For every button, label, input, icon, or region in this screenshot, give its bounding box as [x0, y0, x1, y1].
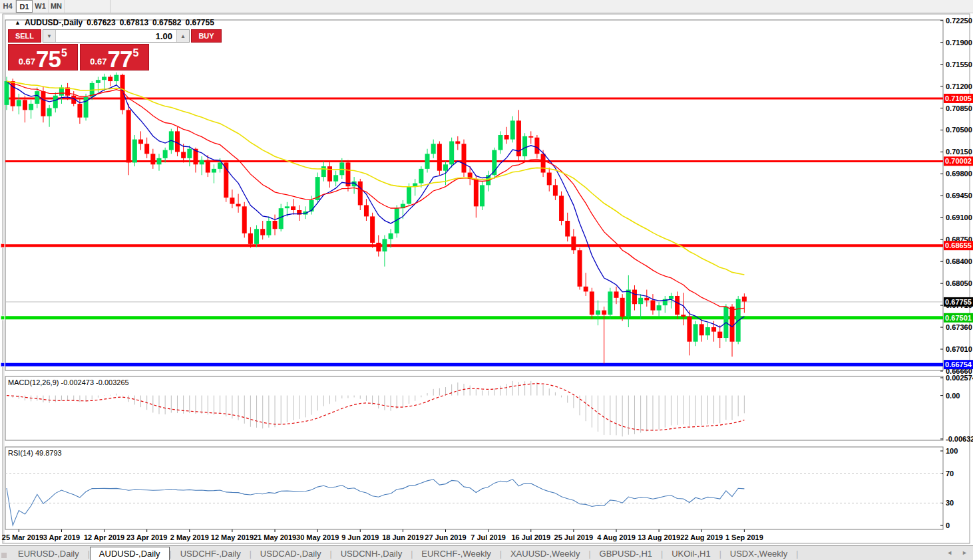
svg-text:25 Jul 2019: 25 Jul 2019 — [554, 533, 594, 541]
candle-body — [77, 104, 82, 118]
candle-body — [693, 324, 698, 341]
candle-body — [279, 208, 284, 229]
candle-body — [431, 144, 436, 154]
candle-body — [669, 296, 674, 299]
svg-text:2 May 2019: 2 May 2019 — [170, 533, 209, 541]
tab-scroll-left-icon[interactable]: ◄ — [946, 549, 952, 556]
candle-body — [163, 150, 168, 158]
ohlc-open: 0.67623 — [87, 18, 115, 27]
price-chart-canvas[interactable]: 0.722500.719000.715500.712000.708500.705… — [0, 13, 973, 545]
candle-body — [462, 144, 467, 172]
candle-body — [102, 76, 106, 80]
candle-body — [407, 186, 411, 204]
candle-body — [559, 196, 564, 221]
candle-body — [309, 200, 314, 211]
chart-symbol-label: AUDUSD-,Daily — [25, 18, 83, 27]
svg-text:0.71900: 0.71900 — [946, 39, 972, 47]
svg-text:0.70850: 0.70850 — [946, 104, 972, 112]
candle-body — [358, 182, 363, 206]
candle-body — [370, 216, 375, 243]
svg-text:100: 100 — [946, 447, 958, 455]
candle-body — [742, 297, 747, 302]
candle-body — [364, 205, 369, 216]
candle-body — [510, 120, 515, 139]
candle-body — [321, 166, 326, 177]
candle-body — [108, 76, 112, 81]
candle-body — [547, 173, 552, 186]
candle-body — [236, 204, 241, 207]
svg-text:27 Jun 2019: 27 Jun 2019 — [425, 533, 466, 541]
chart-tab-eurusd[interactable]: EURUSD-,Daily — [9, 547, 88, 560]
chart-tab-gbpusd[interactable]: GBPUSD-,H1 — [591, 547, 661, 560]
candle-body — [212, 169, 216, 173]
candle-body — [632, 290, 637, 305]
svg-text:12 Apr 2019: 12 Apr 2019 — [84, 533, 124, 541]
timeframe-button-d1[interactable]: D1 — [16, 0, 33, 13]
sell-price-button[interactable]: 0.67 75 5 — [8, 44, 78, 70]
timeframe-button-mn[interactable]: MN — [49, 0, 65, 13]
candle-body — [425, 154, 430, 169]
volume-increase-icon[interactable]: ▲ — [176, 30, 189, 42]
candle-body — [114, 75, 118, 81]
candle-body — [730, 307, 735, 342]
svg-text:0: 0 — [946, 521, 950, 529]
candle-body — [144, 144, 149, 154]
svg-text:1 Sep 2019: 1 Sep 2019 — [725, 533, 763, 541]
candle-body — [602, 311, 606, 315]
chart-tab-usdx[interactable]: USDX-,Weekly — [721, 547, 796, 560]
volume-input[interactable] — [56, 30, 176, 42]
collapse-triangle-icon[interactable]: ▲ — [15, 19, 21, 26]
timeframe-button-h4[interactable]: H4 — [0, 0, 16, 13]
candle-body — [248, 233, 253, 244]
candle-body — [254, 229, 259, 244]
svg-text:12 May 2019: 12 May 2019 — [211, 533, 254, 541]
svg-text:21 May 2019: 21 May 2019 — [254, 533, 296, 541]
svg-text:0.002574: 0.002574 — [946, 374, 973, 382]
candle-body — [480, 185, 485, 206]
sell-button[interactable]: SELL — [8, 29, 41, 43]
chart-tab-usdcad[interactable]: USDCAD-,Daily — [252, 547, 330, 560]
candle-body — [455, 141, 460, 144]
timeframe-button-w1[interactable]: W1 — [33, 0, 49, 13]
candle-body — [571, 237, 576, 251]
candle-body — [389, 233, 393, 239]
chart-tab-bar: EURUSD-,Daily|AUDUSD-,Daily|USDCHF-,Dail… — [0, 545, 973, 560]
chart-tab-audusd[interactable]: AUDUSD-,Daily — [90, 547, 170, 560]
candle-body — [120, 75, 125, 110]
svg-text:0.69450: 0.69450 — [946, 192, 972, 200]
candle-body — [504, 135, 509, 140]
candle-body — [699, 324, 704, 335]
chart-tab-eurchf[interactable]: EURCHF-,Weekly — [413, 547, 500, 560]
chart-tab-usdchf[interactable]: USDCHF-,Daily — [172, 547, 250, 560]
tab-scroll-right-icon[interactable]: ► — [962, 549, 968, 556]
candle-body — [681, 315, 685, 317]
volume-decrease-icon[interactable]: ▼ — [43, 30, 56, 42]
svg-text:4 Aug 2019: 4 Aug 2019 — [597, 533, 636, 541]
svg-text:0.68050: 0.68050 — [946, 279, 972, 287]
macd-label: MACD(12,26,9) -0.002473 -0.003265 — [8, 378, 129, 386]
ohlc-close: 0.67755 — [185, 18, 214, 27]
candle-body — [638, 298, 643, 304]
buy-price-button[interactable]: 0.67 77 5 — [80, 44, 150, 70]
svg-text:18 Jun 2019: 18 Jun 2019 — [382, 533, 423, 541]
toolbar-spacer — [110, 0, 973, 13]
svg-text:0.67010: 0.67010 — [946, 345, 972, 353]
ohlc-low: 0.67582 — [152, 18, 181, 27]
candle-body — [218, 162, 222, 168]
candle-body — [498, 135, 502, 150]
chart-tab-xauusd[interactable]: XAUUSD-,Weekly — [502, 547, 589, 560]
chart-tab-ukoil[interactable]: UKOil-,H1 — [663, 547, 719, 560]
buy-button[interactable]: BUY — [191, 29, 222, 43]
buy-price-prefix: 0.67 — [90, 57, 106, 67]
candle-body — [35, 91, 39, 104]
candle-body — [242, 206, 247, 233]
candle-body — [41, 91, 45, 116]
candle-body — [181, 152, 186, 158]
candle-body — [187, 149, 192, 158]
tabbar-grip-icon — [1, 553, 7, 558]
chart-tab-usdcnh[interactable]: USDCNH-,Daily — [332, 547, 411, 560]
timeframe-toolbar: H4D1W1MN — [0, 0, 973, 13]
candle-body — [138, 140, 143, 144]
svg-text:30: 30 — [946, 499, 954, 507]
candle-body — [584, 287, 588, 292]
